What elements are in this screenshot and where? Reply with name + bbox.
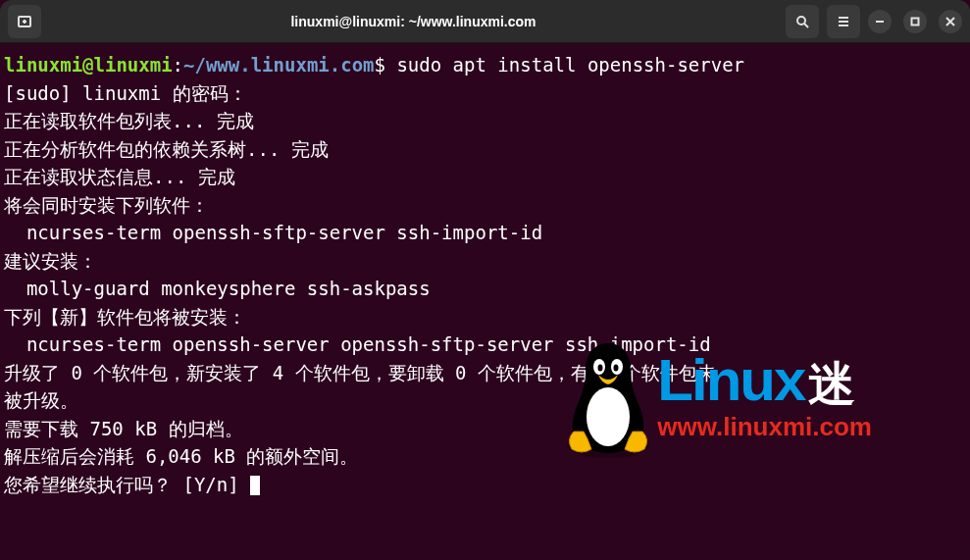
- output-line: ncurses-term openssh-sftp-server ssh-imp…: [4, 222, 542, 243]
- output-line: 正在读取软件包列表... 完成: [4, 110, 254, 131]
- output-line: ncurses-term openssh-server openssh-sftp…: [4, 333, 711, 355]
- menu-button[interactable]: [827, 5, 860, 38]
- output-line: 下列【新】软件包将被安装：: [4, 306, 246, 328]
- output-line: 将会同时安装下列软件：: [4, 194, 209, 216]
- titlebar: linuxmi@linuxmi: ~/www.linuxmi.com: [0, 0, 970, 43]
- terminal-window: linuxmi@linuxmi: ~/www.linuxmi.com linux…: [0, 0, 970, 560]
- svg-rect-2: [912, 18, 919, 25]
- output-line: 解压缩后会消耗 6,046 kB 的额外空间。: [4, 445, 358, 467]
- output-line: 正在读取状态信息... 完成: [4, 166, 235, 187]
- output-line: [sudo] linuxmi 的密码：: [4, 82, 247, 104]
- search-button[interactable]: [786, 5, 819, 38]
- command-text: sudo apt install openssh-server: [396, 54, 744, 76]
- output-prompt-continue: 您希望继续执行吗？ [Y/n]: [4, 474, 250, 495]
- prompt-path: ~/www.linuxmi.com: [183, 54, 374, 76]
- svg-point-1: [797, 17, 805, 25]
- minimize-button[interactable]: [868, 10, 892, 33]
- terminal-cursor: [250, 476, 260, 495]
- output-line: 建议安装：: [4, 250, 97, 272]
- output-line: molly-guard monkeysphere ssh-askpass: [4, 278, 431, 299]
- prompt-colon: :: [173, 54, 183, 76]
- new-tab-button[interactable]: [8, 5, 41, 38]
- terminal-content[interactable]: linuxmi@linuxmi:~/www.linuxmi.com$ sudo …: [0, 43, 970, 560]
- window-title: linuxmi@linuxmi: ~/www.linuxmi.com: [49, 14, 778, 29]
- prompt-dollar: $: [375, 54, 385, 76]
- output-line: 需要下载 750 kB 的归档。: [4, 418, 243, 439]
- close-button[interactable]: [939, 10, 962, 33]
- window-controls: [868, 10, 962, 33]
- output-line: 正在分析软件包的依赖关系树... 完成: [4, 138, 329, 160]
- maximize-button[interactable]: [903, 10, 927, 33]
- prompt-user-host: linuxmi@linuxmi: [4, 54, 173, 76]
- output-line: 升级了 0 个软件包，新安装了 4 个软件包，要卸载 0 个软件包，有 0 个软…: [4, 362, 716, 383]
- output-line: 被升级。: [4, 389, 78, 411]
